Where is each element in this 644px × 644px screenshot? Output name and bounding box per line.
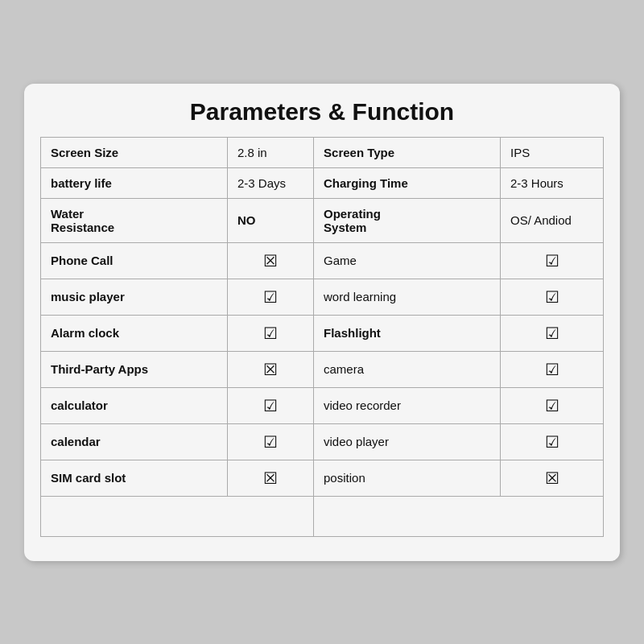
camera-label: camera [314,351,501,387]
screen-size-label: Screen Size [41,137,228,167]
thirdparty-check: ☒ [227,351,313,387]
phone-call-label: Phone Call [41,242,228,279]
video-recorder-label: video recorder [314,387,501,423]
flashlight-label: Flashlight [314,315,501,351]
table-row-music: music player ☑ word learning ☑ [41,279,604,315]
game-check: ☑ [501,242,604,279]
calculator-check: ☑ [227,387,313,423]
screen-size-value: 2.8 in [227,137,313,167]
water-value: NO [227,198,313,242]
video-recorder-check: ☑ [501,387,604,423]
table-row-screen: Screen Size 2.8 in Screen Type IPS [41,137,604,167]
screen-type-label: Screen Type [314,137,501,167]
table-row-sim: SIM card slot ☒ position ☒ [41,460,604,496]
alarm-label: Alarm clock [41,315,228,351]
thirdparty-label: Third-Party Apps [41,351,228,387]
word-learning-check: ☑ [501,279,604,315]
os-label: OperatingSystem [314,198,501,242]
position-label: position [314,460,501,496]
music-label: music player [41,279,228,315]
water-label: WaterResistance [41,198,228,242]
table-row-water: WaterResistance NO OperatingSystem OS/ A… [41,198,604,242]
charging-value: 2-3 Hours [501,167,604,198]
charging-label: Charging Time [314,167,501,198]
position-check: ☒ [501,460,604,496]
params-table: Screen Size 2.8 in Screen Type IPS batte… [40,137,604,537]
table-row-calendar: calendar ☑ video player ☑ [41,423,604,460]
screen-type-value: IPS [501,137,604,167]
table-row-calculator: calculator ☑ video recorder ☑ [41,387,604,423]
word-learning-label: word learning [314,279,501,315]
camera-check: ☑ [501,351,604,387]
calendar-check: ☑ [227,423,313,460]
table-row-alarm: Alarm clock ☑ Flashlight ☑ [41,315,604,351]
os-value: OS/ Andiod [501,198,604,242]
table-row-battery: battery life 2-3 Days Charging Time 2-3 … [41,167,604,198]
page-title: Parameters & Function [40,98,604,126]
video-player-check: ☑ [501,423,604,460]
parameters-card: Parameters & Function Screen Size 2.8 in… [24,84,620,561]
table-row-phone: Phone Call ☒ Game ☑ [41,242,604,279]
alarm-check: ☑ [227,315,313,351]
table-row-empty [41,496,604,536]
game-label: Game [314,242,501,279]
table-row-thirdparty: Third-Party Apps ☒ camera ☑ [41,351,604,387]
sim-label: SIM card slot [41,460,228,496]
calendar-label: calendar [41,423,228,460]
video-player-label: video player [314,423,501,460]
sim-check: ☒ [227,460,313,496]
music-check: ☑ [227,279,313,315]
phone-call-check: ☒ [227,242,313,279]
calculator-label: calculator [41,387,228,423]
battery-label: battery life [41,167,228,198]
flashlight-check: ☑ [501,315,604,351]
battery-value: 2-3 Days [227,167,313,198]
